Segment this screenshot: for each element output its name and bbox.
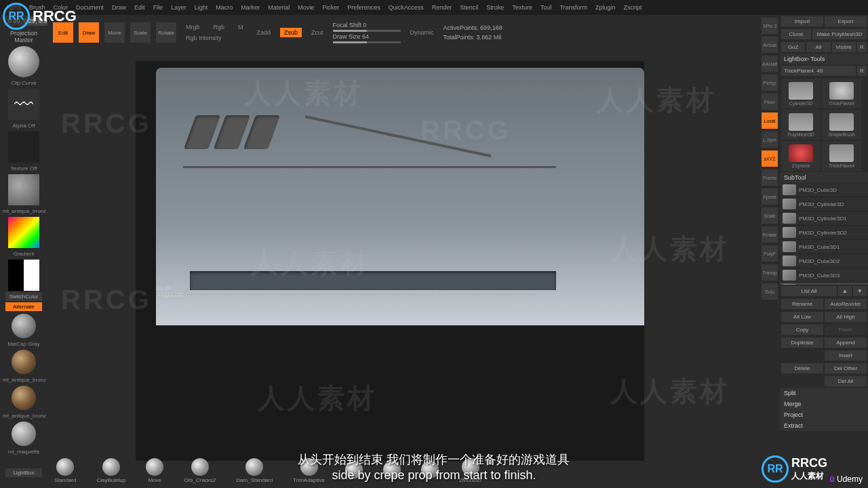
m-button[interactable]: M	[234, 22, 248, 32]
scale-nav-button[interactable]: Scale	[762, 207, 778, 224]
menu-item[interactable]: Render	[432, 4, 452, 11]
color-picker[interactable]	[8, 217, 39, 248]
duplicate-button[interactable]: Duplicate	[781, 338, 823, 348]
menu-item[interactable]: Texture	[512, 4, 532, 11]
tool-thumb[interactable]: Cylinder3D	[781, 79, 821, 108]
rename-button[interactable]: Rename	[781, 299, 823, 309]
material-sphere[interactable]	[12, 350, 36, 374]
menu-item[interactable]: QuickAccess	[389, 4, 424, 11]
tool-thumb[interactable]: ThickPlane4	[822, 141, 861, 171]
brush-thumb-icon[interactable]	[8, 46, 39, 77]
scale-button[interactable]: Scale	[130, 22, 151, 43]
stroke-icon[interactable]: 〰	[8, 89, 39, 120]
copy-button[interactable]: Copy	[781, 325, 823, 335]
goz-button[interactable]: GoZ	[781, 42, 805, 52]
tool-thumb[interactable]: ZSphere	[781, 141, 821, 171]
split-header[interactable]: Split	[780, 388, 868, 399]
solo-button[interactable]: Solo	[762, 283, 778, 300]
move-button[interactable]: Move	[104, 22, 125, 43]
menu-item[interactable]: Edit	[134, 4, 145, 11]
current-tool-label[interactable]: ThickPlane4. 48	[781, 66, 856, 76]
merge-header[interactable]: Merge	[780, 399, 868, 409]
autoreorder-button[interactable]: AutoReorder	[825, 299, 867, 309]
zadd-button[interactable]: Zadd	[253, 28, 275, 37]
arrow-up-icon[interactable]: ▲	[838, 286, 852, 296]
dynamic-button[interactable]: Dynamic	[406, 28, 438, 37]
all-low-button[interactable]: All Low	[781, 312, 823, 322]
project-header[interactable]: Project	[780, 409, 868, 420]
alpha-swatch[interactable]	[8, 131, 39, 163]
goz-visible-button[interactable]: Visible	[832, 42, 856, 52]
transp-button[interactable]: Transp	[762, 264, 778, 281]
menu-item[interactable]: Picker	[322, 4, 339, 11]
lightbox-tools-header[interactable]: Lightbox› Tools	[780, 54, 868, 64]
menu-item[interactable]: Transform	[559, 4, 587, 11]
switchcolor-button[interactable]: SwitchColor	[5, 292, 42, 301]
arrow-down-icon[interactable]: ▼	[853, 286, 867, 296]
menu-item[interactable]: Layer	[171, 4, 186, 11]
tool-r-button[interactable]: R	[857, 66, 867, 76]
frame-button[interactable]: Frame	[762, 169, 778, 186]
alternate-button[interactable]: Alternate	[5, 302, 42, 311]
delete-button[interactable]: Delete	[781, 363, 823, 373]
texture-swatch[interactable]	[8, 174, 39, 205]
subtool-item[interactable]: PM3D_Cube3D3	[780, 268, 868, 283]
mrgb-button[interactable]: Mrgb	[182, 22, 204, 32]
xpose-button[interactable]: Xpose	[762, 188, 778, 205]
menu-item[interactable]: Stencil	[460, 4, 478, 11]
clone-button[interactable]: Clone	[781, 29, 811, 39]
menu-item[interactable]: Macro	[216, 4, 233, 11]
list-all-button[interactable]: List All	[781, 286, 837, 296]
menu-item[interactable]: Stroke	[486, 4, 504, 11]
menu-item[interactable]: File	[153, 4, 163, 11]
make-polymesh-button[interactable]: Make PolyMesh3D	[812, 29, 867, 39]
viewport[interactable]	[136, 61, 644, 461]
subtool-item[interactable]: PM3D_Cylinder3D2	[780, 226, 868, 240]
draw-button[interactable]: Draw	[79, 22, 99, 43]
tool-thumb[interactable]: ThickPlane4	[822, 79, 861, 108]
subtool-item[interactable]: PM3D_Cylinder3D	[780, 197, 868, 211]
extract-header[interactable]: Extract	[780, 420, 868, 431]
color-swatches[interactable]	[8, 260, 39, 291]
material-sphere[interactable]	[12, 422, 36, 446]
tool-thumb[interactable]: SimpleBrush	[822, 110, 861, 140]
subtool-item[interactable]: PM3D_Cylinder3D1	[780, 211, 868, 226]
sxyz-button[interactable]: sXYZ	[762, 150, 778, 167]
rotate-button[interactable]: Rotate	[156, 22, 176, 43]
actual-button[interactable]: Actual	[762, 37, 778, 53]
aahalf-button[interactable]: AAHalf	[762, 56, 778, 72]
zsub-button[interactable]: Zsub	[280, 28, 302, 37]
menu-item[interactable]: Material	[268, 4, 290, 11]
append-button[interactable]: Append	[825, 338, 867, 348]
menu-item[interactable]: Light	[195, 4, 208, 11]
subtool-item[interactable]: PM3D_Cube3D	[780, 183, 868, 197]
zcut-button[interactable]: Zcut	[307, 28, 328, 37]
subtool-header[interactable]: SubTool	[780, 172, 868, 183]
menu-item[interactable]: Tool	[540, 4, 552, 11]
local-button[interactable]: Local	[762, 113, 778, 129]
menu-item[interactable]: Preferences	[347, 4, 380, 11]
draw-size-slider[interactable]	[333, 41, 401, 43]
material-sphere[interactable]	[12, 386, 36, 410]
insert-button[interactable]: Insert	[825, 350, 867, 361]
lightbox-button[interactable]: LightBox	[5, 468, 42, 477]
del-other-button[interactable]: Del Other	[825, 363, 867, 373]
matcap-sphere[interactable]	[12, 314, 36, 338]
rgb-button[interactable]: Rgb	[210, 22, 229, 32]
import-button[interactable]: Import	[781, 16, 823, 26]
rotate-nav-button[interactable]: Rotate	[762, 226, 778, 243]
persp-button[interactable]: Persp	[762, 75, 778, 91]
spix-button[interactable]: SPix 3	[762, 18, 778, 34]
menu-item[interactable]: Zscript	[624, 4, 642, 11]
floor-button[interactable]: Floor	[762, 94, 778, 110]
menu-item[interactable]: Zplugin	[595, 4, 616, 11]
menu-item[interactable]: Document	[76, 4, 104, 11]
export-button[interactable]: Export	[825, 16, 867, 26]
subtool-item[interactable]: PM3D_Cube3D1	[780, 240, 868, 254]
menu-item[interactable]: Draw	[112, 4, 126, 11]
del-all-button[interactable]: Del All	[825, 376, 867, 386]
menu-item[interactable]: Movie	[298, 4, 314, 11]
goz-r-button[interactable]: R	[857, 42, 867, 52]
paste-button[interactable]: Paste	[825, 325, 867, 335]
menu-item[interactable]: Marker	[241, 4, 260, 11]
